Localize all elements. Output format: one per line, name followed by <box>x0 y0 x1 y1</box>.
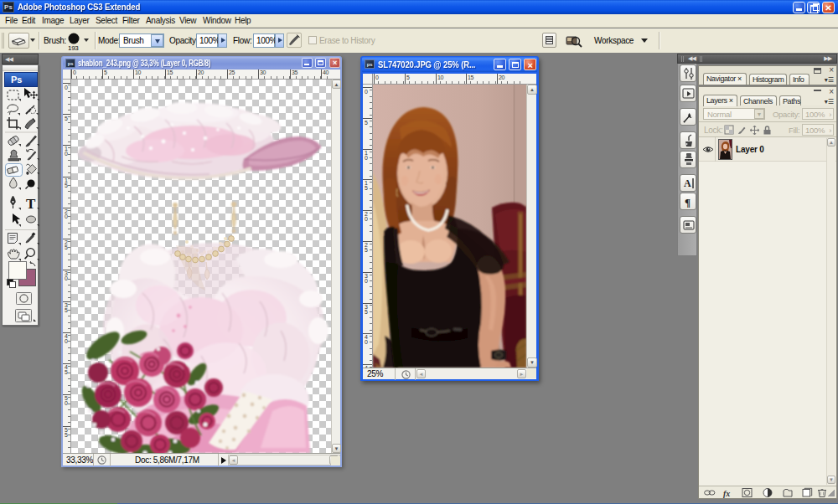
svg-text:A: A <box>684 177 691 189</box>
svg-text:¶: ¶ <box>685 196 691 208</box>
svg-text:T: T <box>26 196 36 212</box>
svg-text:fx: fx <box>723 489 730 498</box>
